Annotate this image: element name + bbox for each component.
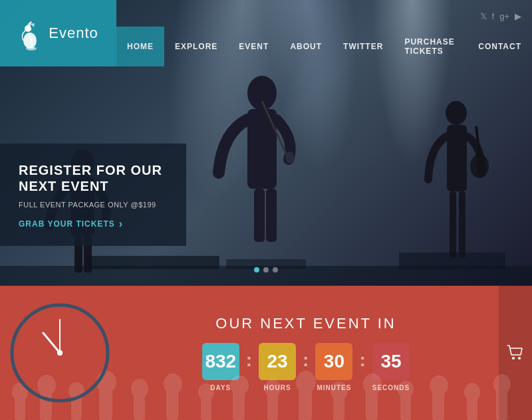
svg-rect-43	[299, 385, 312, 420]
nav-contact[interactable]: CONTACT	[467, 27, 532, 66]
svg-rect-33	[134, 391, 145, 420]
svg-point-0	[23, 33, 37, 49]
nav-area: 𝕏 f g+ ▶ HOME EXPLORE EVENT ABOUT TWITTE…	[116, 0, 532, 66]
logo-area: Evento	[0, 0, 116, 66]
svg-point-18	[470, 154, 489, 178]
svg-rect-55	[496, 386, 507, 420]
svg-rect-51	[432, 387, 444, 420]
carousel-dots	[254, 267, 278, 272]
event-title: REGISTER FOR OUR NEXT EVENT	[19, 162, 170, 194]
nav-about[interactable]: ABOUT	[279, 27, 332, 66]
googleplus-icon[interactable]: g+	[499, 11, 509, 21]
grab-tickets-label: GRAB YOUR TICKETS	[19, 219, 115, 229]
nav-home[interactable]: HOME	[116, 27, 164, 66]
youtube-icon[interactable]: ▶	[515, 11, 521, 21]
svg-point-3	[26, 47, 37, 51]
carousel-dot-2[interactable]	[263, 267, 269, 272]
carousel-dot-1[interactable]	[254, 267, 259, 272]
svg-rect-47	[366, 387, 378, 420]
svg-rect-23	[399, 253, 505, 269]
svg-rect-45	[333, 393, 344, 420]
svg-rect-49	[400, 391, 411, 420]
nav-links: HOME EXPLORE EVENT ABOUT TWITTER PURCHAS…	[116, 27, 532, 66]
svg-point-60	[57, 350, 63, 356]
logo-icon	[18, 15, 45, 52]
clock-container	[7, 300, 113, 406]
grab-tickets-link[interactable]: GRAB YOUR TICKETS ›	[19, 218, 170, 230]
bottom-section: OUR NEXT EVENT IN 832 DAYS : 23 HOURS : …	[0, 286, 532, 420]
nav-twitter[interactable]: TWITTER	[332, 27, 394, 66]
facebook-icon[interactable]: f	[492, 11, 495, 21]
header: Evento 𝕏 f g+ ▶ HOME EXPLORE EVENT ABOUT…	[0, 0, 532, 66]
grab-tickets-arrow: ›	[119, 218, 123, 230]
svg-rect-21	[86, 256, 219, 269]
svg-point-14	[446, 101, 467, 125]
svg-rect-53	[467, 393, 477, 420]
nav-explore[interactable]: EXPLORE	[164, 27, 228, 66]
clock-svg	[7, 300, 113, 406]
social-bar: 𝕏 f g+ ▶	[469, 6, 532, 27]
svg-point-4	[247, 76, 277, 110]
carousel-dot-3[interactable]	[273, 267, 278, 272]
svg-rect-39	[233, 387, 245, 420]
logo-text: Evento	[49, 25, 98, 42]
event-subtitle: FULL EVENT PACKAGE ONLY @$199	[19, 201, 170, 209]
twitter-icon[interactable]: 𝕏	[480, 11, 487, 21]
svg-point-7	[285, 152, 295, 163]
nav-purchase-tickets[interactable]: PURCHASE TICKETS	[394, 27, 467, 66]
nav-event[interactable]: EVENT	[228, 27, 279, 66]
svg-rect-41	[267, 391, 278, 420]
info-overlay-box: REGISTER FOR OUR NEXT EVENT FULL EVENT P…	[0, 144, 186, 246]
svg-rect-35	[166, 387, 178, 420]
svg-rect-37	[201, 393, 211, 420]
